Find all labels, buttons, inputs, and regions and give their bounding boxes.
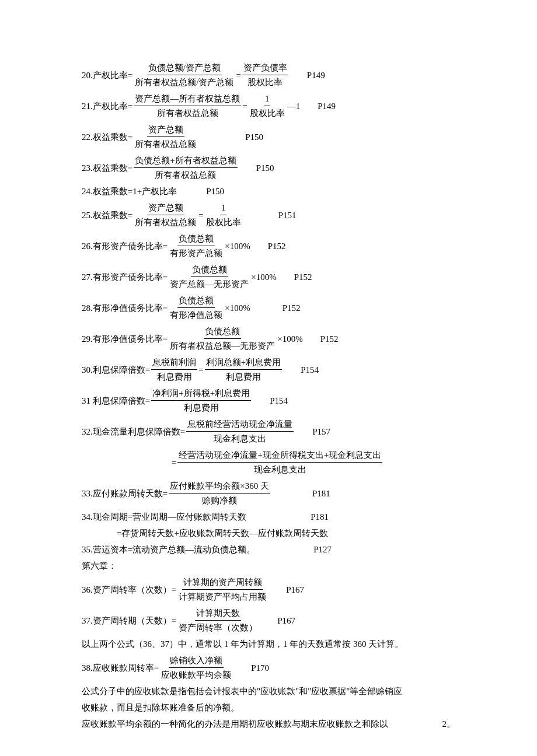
page-ref: P157	[312, 425, 330, 439]
page-ref: P150	[245, 130, 263, 144]
note-37: 以上两个公式（36、37）中，通常以 1 年为计算期，1 年的天数通常按 360…	[82, 637, 455, 651]
fraction: 负债总额有形净值总额	[169, 293, 224, 322]
page-ref: P150	[256, 161, 274, 175]
page-ref: P149	[318, 99, 336, 113]
fraction: 应付账款平均余额×360 天赊购净额	[169, 479, 270, 508]
equals: =	[198, 363, 203, 377]
formula-28: 28.有形净值债务比率= 负债总额有形净值总额 ×100% P152	[82, 293, 455, 322]
page-ref: P149	[307, 68, 325, 82]
page-ref: P152	[268, 239, 286, 253]
label: 24.权益乘数=1+产权比率	[82, 184, 177, 198]
page-ref: P181	[312, 487, 330, 501]
formula-34b: =存货周转天数+应收账款周转天数—应付账款周转天数	[82, 526, 455, 540]
label: 28.有形净值债务比率=	[82, 301, 168, 315]
page-ref: P127	[313, 542, 332, 556]
formula-35: 35.营运资本=流动资产总额—流动负债总额。 P127	[82, 542, 455, 556]
formula-26: 26.有形资产债务比率= 负债总额有形资产总额 ×100% P152	[82, 232, 455, 260]
fraction: 资产负债率股权比率	[242, 61, 288, 89]
fraction: 资产总额—所有者权益总额所有者权益总额	[134, 92, 241, 120]
label: 33.应付账款周转天数=	[82, 487, 168, 501]
text: 应收账款平均余额的一种简化的办法是用期初应收账款与期末应收账款之和除以	[82, 717, 388, 731]
formula-20: 20.产权比率= 负债总额/资产总额所有者权益总额/资产总额 = 资产负债率股权…	[82, 61, 455, 89]
fraction: 1股权比率	[249, 92, 286, 120]
page-ref: P152	[320, 332, 339, 346]
label: 23.权益乘数=	[82, 161, 132, 175]
label: 30.利息保障倍数=	[82, 363, 150, 377]
tail: ×100%	[225, 301, 250, 315]
fraction: 息税前经营活动现金净流量现金利息支出	[186, 417, 294, 446]
formula-33: 33.应付账款周转天数= 应付账款平均余额×360 天赊购净额 P181	[82, 479, 455, 508]
label: 37.资产周转期（天数）=	[82, 614, 176, 628]
page-ref: P167	[286, 583, 304, 597]
tail: 2。	[442, 717, 456, 731]
label: 31 利息保障倍数=	[82, 394, 150, 408]
fraction: 净利润+所得税+利息费用利息费用	[151, 386, 251, 415]
label: 20.产权比率=	[82, 68, 132, 82]
fraction: 资产总额所有者权益总额	[134, 123, 197, 151]
text: =存货周转天数+应收账款周转天数—应付账款周转天数	[117, 526, 328, 540]
label: 27.有形资产债务比率=	[82, 270, 168, 284]
fraction: 负债总额/资产总额所有者权益总额/资产总额	[134, 61, 235, 89]
formula-38: 38.应收账款周转率= 赊销收入净额应收账款平均余额 P170	[82, 653, 455, 682]
label: 22.权益乘数=	[82, 130, 132, 144]
formula-21: 21.产权比率= 资产总额—所有者权益总额所有者权益总额 = 1股权比率 —1 …	[82, 92, 455, 120]
note-38a: 公式分子中的应收账款是指包括会计报表中的"应收账款"和"应收票据"等全部赊销应	[82, 684, 455, 698]
equals: =	[198, 208, 203, 222]
formula-25: 25.权益乘数= 资产总额所有者权益总额 = 1股权比率 P151	[82, 201, 455, 229]
formula-30: 30.利息保障倍数= 息税前利润利息费用 = 利润总额+利息费用利息费用 P15…	[82, 355, 455, 384]
equals: =	[242, 99, 247, 113]
chapter-6-heading: 第六章：	[82, 559, 455, 573]
page-ref: P151	[278, 208, 297, 222]
formula-22: 22.权益乘数= 资产总额所有者权益总额 P150	[82, 123, 455, 151]
label: 26.有形资产债务比率=	[82, 239, 168, 253]
formula-23: 23.权益乘数= 负债总额+所有者权益总额所有者权益总额 P150	[82, 153, 455, 182]
fraction: 1股权比率	[205, 201, 242, 229]
page-ref: P152	[294, 270, 312, 284]
label: 21.产权比率=	[82, 99, 132, 113]
formula-34a: 34.现金周期=营业周期—应付账款周转天数 P181	[82, 510, 455, 524]
label: 32.现金流量利息保障倍数=	[82, 425, 185, 439]
fraction: 资产总额所有者权益总额	[134, 201, 197, 229]
tail: ×100%	[225, 239, 250, 253]
tail: —1	[287, 99, 301, 113]
fraction: 息税前利润利息费用	[151, 355, 197, 384]
label: 25.权益乘数=	[82, 208, 132, 222]
equals: =	[172, 456, 176, 470]
page-ref: P152	[283, 301, 301, 315]
page-content: 20.产权比率= 负债总额/资产总额所有者权益总额/资产总额 = 资产负债率股权…	[0, 0, 537, 756]
page-ref: P181	[311, 510, 329, 524]
label: 38.应收账款周转率=	[82, 661, 159, 675]
page-ref: P154	[270, 394, 288, 408]
page-ref: P150	[206, 184, 224, 198]
label: 36.资产周转率（次数）=	[82, 583, 176, 597]
formula-24: 24.权益乘数=1+产权比率 P150	[82, 184, 455, 198]
formula-27: 27.有形资产债务比率= 负债总额资产总额—无形资产 ×100% P152	[82, 262, 455, 291]
page-ref: P154	[301, 363, 319, 377]
label: 29.有形净值债务比率=	[82, 332, 168, 346]
fraction: 负债总额+所有者权益总额所有者权益总额	[134, 153, 237, 182]
tail: ×100%	[277, 332, 302, 346]
tail: ×100%	[251, 270, 276, 284]
fraction: 利润总额+利息费用利息费用	[205, 355, 282, 384]
note-38c: 应收账款平均余额的一种简化的办法是用期初应收账款与期末应收账款之和除以 2。	[82, 717, 455, 731]
fraction: 负债总额所有者权益总额—无形资产	[169, 324, 276, 353]
note-38b: 收账款，而且是扣除坏账准备后的净额。	[82, 701, 455, 715]
formula-32b: = 经营活动现金净流量+现金所得税支出+现金利息支出现金利息支出	[82, 448, 455, 477]
formula-37: 37.资产周转期（天数）= 计算期天数资产周转率（次数） P167	[82, 606, 455, 635]
formula-32: 32.现金流量利息保障倍数= 息税前经营活动现金净流量现金利息支出 P157	[82, 417, 455, 446]
formula-36: 36.资产周转率（次数）= 计算期的资产周转额计算期资产平均占用额 P167	[82, 575, 455, 604]
page-ref: P167	[277, 614, 295, 628]
page-ref: P170	[251, 661, 269, 675]
fraction: 赊销收入净额应收账款平均余额	[160, 653, 232, 682]
text: 34.现金周期=营业周期—应付账款周转天数	[82, 510, 246, 524]
fraction: 负债总额资产总额—无形资产	[169, 262, 250, 291]
formula-29: 29.有形净值债务比率= 负债总额所有者权益总额—无形资产 ×100% P152	[82, 324, 455, 353]
text: 35.营运资本=流动资产总额—流动负债总额。	[82, 542, 255, 556]
fraction: 经营活动现金净流量+现金所得税支出+现金利息支出现金利息支出	[177, 448, 382, 477]
fraction: 计算期的资产周转额计算期资产平均占用额	[177, 575, 267, 604]
fraction: 计算期天数资产周转率（次数）	[177, 606, 259, 635]
formula-31: 31 利息保障倍数= 净利润+所得税+利息费用利息费用 P154	[82, 386, 455, 415]
equals: =	[236, 68, 240, 82]
fraction: 负债总额有形资产总额	[169, 232, 224, 260]
